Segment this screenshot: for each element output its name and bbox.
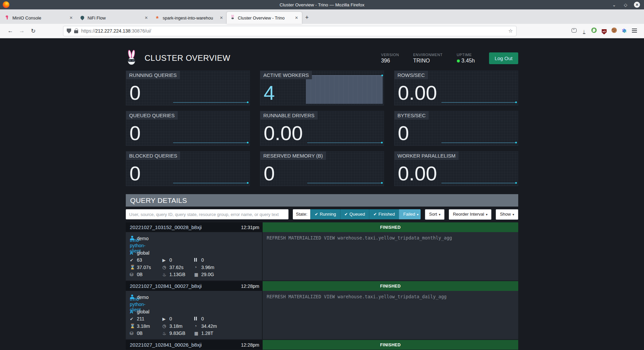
minio-icon <box>4 15 10 20</box>
query-source: trino-python-client <box>130 301 259 308</box>
query-status-badge: FINISHED <box>263 222 518 232</box>
stat-value: 0 <box>264 164 275 184</box>
state-filter-queued[interactable]: ✔Queued <box>340 209 369 219</box>
query-id-link[interactable]: 20221027_103152_00028_b8xji <box>130 224 202 230</box>
tab-close-icon[interactable]: ✕ <box>294 15 299 20</box>
state-filter-running[interactable]: ✔Running <box>310 209 340 219</box>
query-id-link[interactable]: 20221027_102841_00027_b8xji <box>130 283 202 289</box>
logout-button[interactable]: Log Out <box>489 52 518 64</box>
stat-label: RUNNING QUERIES <box>126 71 180 79</box>
query-stat: ◷3.18m <box>162 323 194 329</box>
stat-value: 0.00 <box>264 123 303 143</box>
stat-tile: ACTIVE WORKERS 4 <box>260 71 384 105</box>
cluster-stats-grid: RUNNING QUERIES 0 ACTIVE WORKERS 4 ROWS/… <box>126 71 518 186</box>
window-maximize-icon[interactable]: ◇ <box>623 2 629 7</box>
state-filter-label: State: <box>293 209 310 219</box>
new-tab-button[interactable]: + <box>302 12 312 24</box>
browser-tab[interactable]: Cluster Overview - Trino ✕ <box>227 12 302 24</box>
tracking-shield-icon[interactable] <box>67 29 71 34</box>
lock-icon[interactable] <box>74 30 78 33</box>
cookie-extension-icon[interactable] <box>609 28 619 34</box>
gauge-icon: ◔ <box>194 265 201 270</box>
uptime-status-dot <box>457 59 460 62</box>
stat-value: 0.00 <box>398 83 437 103</box>
window-close-icon[interactable]: ✕ <box>634 2 640 8</box>
state-filter-finished[interactable]: ✔Finished <box>369 209 399 219</box>
reorder-interval-dropdown[interactable]: Reorder Interval▾ <box>449 209 491 220</box>
stat-value: 0 <box>398 123 409 143</box>
query-row: 20221027_102841_00027_b8xji 12:28pm FINI… <box>126 281 518 339</box>
query-sql-text: REFRESH MATERIALIZED VIEW warehouse.taxi… <box>263 291 518 339</box>
browser-tab[interactable]: NiFi Flow ✕ <box>76 12 152 24</box>
back-button[interactable]: ← <box>5 28 16 34</box>
play-icon: ▶ <box>162 316 169 321</box>
hourglass-icon: ⌛ <box>130 265 137 270</box>
query-id-link[interactable]: 20221027_102841_00026_b8xji <box>130 342 202 348</box>
query-stat: ⛁0B <box>130 331 162 336</box>
query-list: 20221027_103152_00028_b8xji 12:31pm FINI… <box>126 222 518 350</box>
query-time: 12:31pm <box>241 225 259 230</box>
stat-value: 0 <box>129 83 141 103</box>
query-stat: ◔3.96m <box>194 265 259 270</box>
browser-tab[interactable]: MinIO Console ✕ <box>1 12 76 24</box>
show-dropdown[interactable]: Show▾ <box>496 209 518 220</box>
sparkline-chart <box>441 142 516 143</box>
stat-label: ROWS/SEC <box>394 71 428 79</box>
pause-icon <box>194 258 201 263</box>
resource-group-icon: A <box>130 250 137 256</box>
tab-close-icon[interactable]: ✕ <box>219 15 224 20</box>
query-detail-panel: demotrino-python-clientAglobal✔63▶00⌛37.… <box>126 232 263 280</box>
pocket-icon[interactable] <box>569 28 579 34</box>
query-search-input[interactable] <box>126 209 288 219</box>
stat-value: 0 <box>129 164 141 184</box>
stat-label: WORKER PARALLELISM <box>394 151 459 160</box>
menu-icon[interactable] <box>629 28 639 34</box>
ublock-origin-icon[interactable]: uO <box>599 28 609 35</box>
stat-label: QUEUED QUERIES <box>126 111 178 120</box>
stat-tile: ROWS/SEC 0.00 <box>394 71 518 105</box>
browser-tab[interactable]: * spark-ingest-into-warehou ✕ <box>152 12 227 24</box>
query-detail-panel: demotrino-python-clientAglobal✔211▶00⌛3.… <box>126 291 263 339</box>
hourglass-icon: ⌛ <box>130 323 137 329</box>
stat-value: 0 <box>129 123 141 143</box>
state-filter-failed[interactable]: Failed▾ <box>399 209 421 219</box>
url-bar[interactable]: https://212.227.224.138:30876/ui/ ☆ <box>63 26 517 36</box>
stat-tile: RUNNING QUERIES 0 <box>126 71 250 105</box>
pause-icon <box>194 316 201 321</box>
query-row: 20221027_103152_00028_b8xji 12:31pm FINI… <box>126 222 518 280</box>
url-text: https://212.227.224.138:30876/ui/ <box>81 28 151 34</box>
reload-button[interactable]: ↻ <box>28 28 39 35</box>
download-icon[interactable]: ↓ <box>579 28 589 34</box>
query-stat: ⌛3.18m <box>130 323 162 329</box>
sparkline-chart <box>173 183 248 183</box>
sparkline-chart <box>173 142 248 143</box>
query-status-badge: FINISHED <box>263 281 518 291</box>
tab-close-icon[interactable]: ✕ <box>144 15 149 20</box>
window-minimize-icon[interactable]: ⌄ <box>611 2 617 7</box>
query-filter-toolbar: State: ✔Running✔Queued✔FinishedFailed▾ S… <box>126 209 518 219</box>
cluster-meta-uptime: UPTIME3.45h <box>457 53 475 64</box>
query-stat: ✔211 <box>130 316 162 321</box>
query-stat: ◷37.62s <box>162 265 194 270</box>
navigation-toolbar: ← → ↻ https://212.227.224.138:30876/ui/ … <box>0 24 644 38</box>
query-status-badge: FINISHED <box>263 340 518 350</box>
check-icon: ✔ <box>130 316 137 321</box>
trino-icon <box>229 15 235 21</box>
adblocker-icon[interactable] <box>589 28 599 34</box>
window-title: Cluster Overview - Trino — Mozilla Firef… <box>0 2 644 7</box>
play-icon: ▶ <box>162 258 169 263</box>
gauge-icon: ◔ <box>194 323 201 329</box>
tab-close-icon[interactable]: ✕ <box>68 15 74 20</box>
tab-bar: MinIO Console ✕ NiFi Flow ✕ * spark-inge… <box>0 9 644 24</box>
forward-button[interactable]: → <box>16 28 28 34</box>
page-content: CLUSTER OVERVIEW VERSION396ENVIRONMENTTR… <box>0 38 644 350</box>
clock-icon: ◷ <box>162 323 169 329</box>
sort-dropdown[interactable]: Sort▾ <box>425 209 444 220</box>
query-details-header: QUERY DETAILS <box>126 194 518 207</box>
grid-icon: ▦ <box>194 331 201 336</box>
query-stat: ▦1.28T <box>194 331 259 336</box>
query-stat: 0 <box>194 257 259 263</box>
colorful-extension-icon[interactable]: ✻ <box>619 28 629 34</box>
bookmark-star-icon[interactable]: ☆ <box>508 28 513 34</box>
stat-tile: BYTES/SEC 0 <box>394 111 518 146</box>
